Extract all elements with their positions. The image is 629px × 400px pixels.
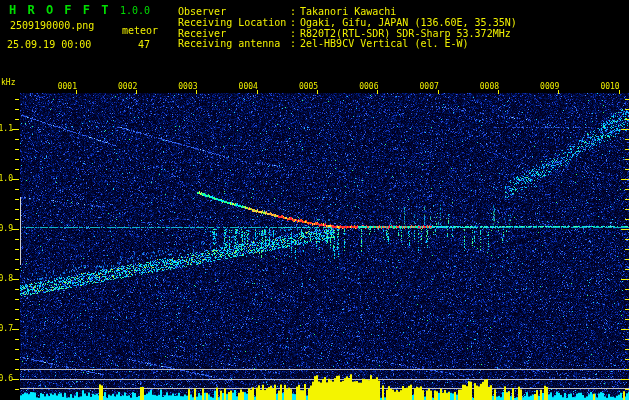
frequency-unit-label: kHz [1, 79, 15, 87]
freq-tick-label: 1.0 [0, 175, 13, 183]
info-label: Receiving Location [178, 17, 290, 28]
time-tick-label: 0009 [540, 83, 559, 91]
time-tick-label: 0007 [420, 83, 439, 91]
receiver-info-row: Receiving antenna:2el-HB9CV Vertical (el… [178, 38, 517, 49]
info-separator: : [290, 28, 300, 39]
freq-tick-label: 1.1 [0, 125, 13, 133]
info-separator: : [290, 6, 300, 17]
info-separator: : [290, 38, 300, 49]
info-label: Observer [178, 6, 290, 17]
info-value: Ogaki, Gifu, JAPAN (136.60E, 35.35N) [300, 17, 517, 28]
info-value: Takanori Kawachi [300, 6, 396, 17]
time-tick-label: 0003 [178, 83, 197, 91]
receiver-info-row: Observer:Takanori Kawachi [178, 6, 517, 17]
time-tick-label: 0004 [239, 83, 258, 91]
info-separator: : [290, 17, 300, 28]
info-label: Receiving antenna [178, 38, 290, 49]
receiver-info-block: Observer:Takanori KawachiReceiving Locat… [178, 6, 517, 49]
info-label: Receiver [178, 28, 290, 39]
info-value: R820T2(RTL-SDR) SDR-Sharp 53.372MHz [300, 28, 511, 39]
app-version: 1.0.0 [120, 6, 150, 16]
time-tick-label: 0005 [299, 83, 318, 91]
freq-tick-label: 0.7 [0, 325, 13, 333]
freq-tick-label: 0.8 [0, 275, 13, 283]
info-value: 2el-HB9CV Vertical (el. E-W) [300, 38, 469, 49]
receiver-info-row: Receiving Location:Ogaki, Gifu, JAPAN (1… [178, 17, 517, 28]
freq-tick-label: 0.6 [0, 375, 13, 383]
spectrogram-canvas [0, 0, 629, 400]
freq-tick-label: 0.9 [0, 225, 13, 233]
time-tick-label: 0010 [600, 83, 619, 91]
capture-datetime: 25.09.19 00:00 [7, 40, 91, 50]
hrofft-spectrogram-image: H R O F F T 1.0.0 2509190000.png meteor … [0, 0, 629, 400]
time-tick-label: 0008 [480, 83, 499, 91]
time-tick-label: 0006 [359, 83, 378, 91]
capture-filename: 2509190000.png [10, 21, 94, 31]
echo-count: 47 [138, 40, 150, 50]
receiver-info-row: Receiver:R820T2(RTL-SDR) SDR-Sharp 53.37… [178, 28, 517, 39]
app-title: H R O F F T [9, 4, 110, 16]
time-tick-label: 0002 [118, 83, 137, 91]
observation-mode: meteor [122, 26, 158, 36]
time-tick-label: 0001 [58, 83, 77, 91]
